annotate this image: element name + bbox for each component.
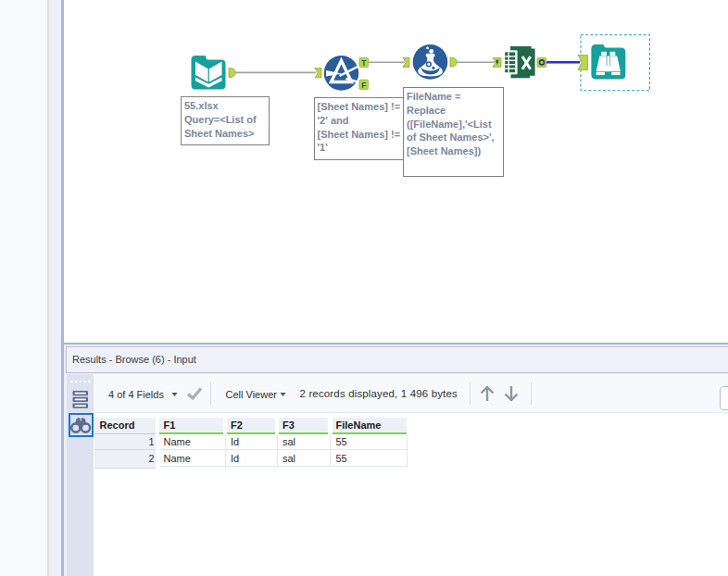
svg-text:T: T xyxy=(361,58,367,68)
svg-text:F: F xyxy=(361,81,366,90)
